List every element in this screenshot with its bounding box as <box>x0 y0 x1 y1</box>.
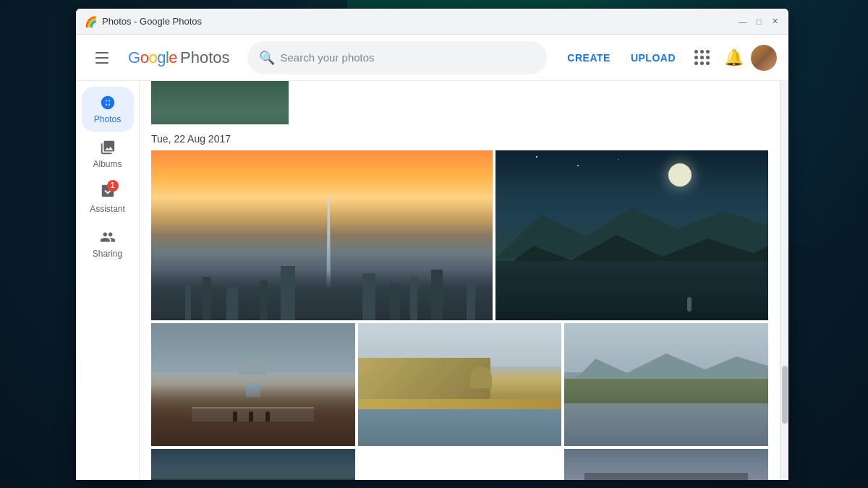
notifications-button[interactable]: 🔔 <box>719 43 748 72</box>
browser-window: 🌈 Photos - Google Photos — □ ✕ Google Ph… <box>76 9 788 480</box>
main-body: Photos Albums 1 <box>76 81 788 480</box>
sidebar-item-albums[interactable]: Albums <box>82 132 134 176</box>
top-nav: Google Photos 🔍 Search your photos CREAT… <box>76 35 788 81</box>
assistant-icon: 1 <box>99 184 116 201</box>
sidebar-item-assistant[interactable]: 1 Assistant <box>82 176 134 221</box>
window-controls: — □ ✕ <box>738 17 780 27</box>
apps-grid-icon <box>694 50 710 65</box>
scrollbar-track[interactable] <box>780 81 788 480</box>
google-text: Google <box>128 48 177 67</box>
sidebar-assistant-label: Assistant <box>90 204 125 214</box>
albums-icon <box>99 139 116 156</box>
photos-text: Photos <box>180 48 230 67</box>
photo-coast[interactable] <box>358 323 562 446</box>
title-bar: 🌈 Photos - Google Photos — □ ✕ <box>76 9 788 35</box>
sidebar-sharing-label: Sharing <box>93 249 122 259</box>
partial-top-image <box>151 81 289 124</box>
maximize-button[interactable]: □ <box>754 17 764 27</box>
search-placeholder: Search your photos <box>281 51 536 64</box>
photo-row-bottom <box>151 449 768 480</box>
search-icon: 🔍 <box>259 50 275 66</box>
bell-icon: 🔔 <box>724 48 744 67</box>
photo-mountain-moon[interactable] <box>495 150 768 320</box>
photo-grid-main <box>151 150 768 320</box>
scrollbar-thumb[interactable] <box>782 366 788 424</box>
photos-icon <box>99 94 116 111</box>
sharing-icon <box>99 228 116 246</box>
minimize-button[interactable]: — <box>738 17 748 27</box>
photo-stpauls[interactable] <box>151 323 355 446</box>
top-nav-wrapper: Google Photos 🔍 Search your photos CREAT… <box>76 35 788 81</box>
photo-row-3 <box>151 323 768 446</box>
hamburger-line-1 <box>95 52 109 53</box>
content-area[interactable]: Tue, 22 Aug 2017 <box>140 81 780 480</box>
close-button[interactable]: ✕ <box>770 17 780 27</box>
upload-button[interactable]: UPLOAD <box>622 46 684 69</box>
photo-bottom-forest[interactable] <box>151 449 355 480</box>
search-bar[interactable]: 🔍 Search your photos <box>247 41 548 74</box>
hamburger-line-3 <box>95 62 109 64</box>
menu-button[interactable] <box>88 43 116 72</box>
sidebar-photos-label: Photos <box>94 114 121 124</box>
sidebar-albums-label: Albums <box>93 159 122 169</box>
hamburger-line-2 <box>95 57 109 59</box>
tab-title: Photos - Google Photos <box>102 16 738 27</box>
photo-mountain-lake[interactable] <box>564 323 768 446</box>
sidebar: Photos Albums 1 <box>76 81 140 480</box>
photo-bottom-water[interactable] <box>358 449 562 480</box>
logo: Google Photos <box>128 48 230 67</box>
avatar-image <box>751 45 777 71</box>
favicon: 🌈 <box>85 16 96 27</box>
photo-bottom-rocky[interactable] <box>564 449 768 480</box>
sidebar-item-sharing[interactable]: Sharing <box>82 221 134 266</box>
avatar[interactable] <box>751 45 777 71</box>
svg-point-0 <box>106 100 110 105</box>
nav-actions: CREATE UPLOAD <box>558 43 777 72</box>
apps-button[interactable] <box>687 43 716 72</box>
photo-london[interactable] <box>151 150 493 320</box>
sidebar-item-photos[interactable]: Photos <box>82 87 134 132</box>
create-button[interactable]: CREATE <box>558 46 619 69</box>
assistant-badge: 1 <box>107 180 119 192</box>
date-label: Tue, 22 Aug 2017 <box>151 124 768 150</box>
